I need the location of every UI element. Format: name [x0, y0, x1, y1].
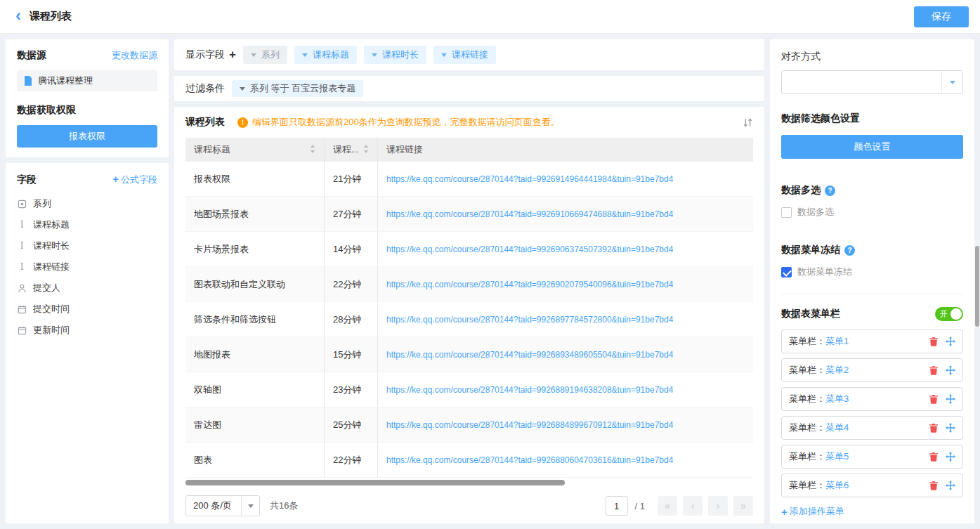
- menu-prefix: 菜单栏：: [789, 364, 825, 377]
- move-icon[interactable]: [946, 394, 955, 404]
- field-label: 课程标题: [33, 218, 70, 231]
- prev-page-button[interactable]: ‹: [683, 496, 703, 516]
- column-header-course-title[interactable]: 课程标题: [185, 138, 325, 162]
- freeze-checkbox-row[interactable]: 数据菜单冻结: [781, 266, 963, 278]
- column-header-course-duration[interactable]: 课程...: [325, 138, 378, 162]
- trash-icon[interactable]: [929, 337, 939, 346]
- trash-icon[interactable]: [929, 481, 939, 490]
- alignment-select[interactable]: [781, 70, 963, 94]
- field-chip-course-title[interactable]: 课程标题: [294, 46, 357, 64]
- move-icon[interactable]: [946, 423, 955, 433]
- move-icon[interactable]: [946, 365, 955, 375]
- cell-course-duration: 22分钟: [325, 267, 378, 301]
- course-link[interactable]: https://ke.qq.com/course/2870144?taid=99…: [386, 420, 673, 430]
- checkbox-checked[interactable]: [781, 267, 792, 277]
- formula-field-link[interactable]: +公式字段: [112, 173, 157, 186]
- course-link[interactable]: https://ke.qq.com/course/2870144?taid=99…: [386, 385, 673, 395]
- menu-item-5[interactable]: 菜单栏：菜单5: [781, 445, 963, 469]
- field-item-submit-time[interactable]: 提交时间: [17, 299, 157, 320]
- document-icon: [23, 76, 33, 86]
- multiselect-checkbox-row[interactable]: 数据多选: [781, 206, 963, 218]
- field-chip-course-duration[interactable]: 课程时长: [364, 46, 426, 64]
- table-title: 课程列表: [185, 116, 225, 129]
- chevron-down-icon: [240, 87, 245, 93]
- chevron-down-icon: [941, 71, 962, 93]
- move-icon[interactable]: [946, 337, 955, 346]
- checkbox-label: 数据菜单冻结: [797, 266, 852, 278]
- menu-item-1[interactable]: 菜单栏：菜单1: [781, 329, 963, 353]
- field-chip-course-link[interactable]: 课程链接: [433, 46, 496, 64]
- menubar-title: 数据表菜单栏: [781, 308, 840, 320]
- checkbox-unchecked[interactable]: [781, 207, 792, 218]
- permission-title: 数据获取权限: [17, 104, 157, 117]
- add-display-field-icon[interactable]: +: [229, 48, 236, 62]
- filter-label: 过滤条件: [185, 82, 225, 95]
- field-item-course-link[interactable]: I 课程链接: [17, 256, 157, 277]
- course-link[interactable]: https://ke.qq.com/course/2870144?taid=99…: [386, 455, 673, 465]
- sort-carets-icon[interactable]: [310, 145, 315, 155]
- scrollbar-thumb[interactable]: [185, 480, 565, 485]
- field-item-submitter[interactable]: 提交人: [17, 277, 157, 299]
- color-settings-button[interactable]: 颜色设置: [781, 135, 963, 159]
- sort-carets-icon[interactable]: [363, 145, 369, 155]
- change-datasource-link[interactable]: 更改数据源: [112, 49, 157, 62]
- help-icon[interactable]: ?: [825, 185, 835, 196]
- last-page-button[interactable]: »: [733, 496, 753, 516]
- table-row: 图表联动和自定义联动 22分钟 https://ke.qq.com/course…: [185, 267, 753, 302]
- sort-order-icon[interactable]: [743, 117, 753, 128]
- report-permission-button[interactable]: 报表权限: [17, 125, 157, 148]
- next-page-button[interactable]: ›: [708, 496, 728, 516]
- field-list: 系列 I 课程标题 I 课程时长 I 课程链接 提交人: [17, 193, 157, 341]
- field-item-series[interactable]: 系列: [17, 193, 157, 214]
- color-settings-title: 数据筛选颜色设置: [781, 112, 963, 125]
- horizontal-scrollbar[interactable]: [185, 480, 753, 487]
- cell-course-duration: 28分钟: [325, 302, 378, 337]
- plus-icon: +: [112, 173, 119, 185]
- back-button[interactable]: ‹: [15, 8, 21, 22]
- course-link[interactable]: https://ke.qq.com/course/2870144?taid=99…: [386, 174, 673, 184]
- field-item-course-duration[interactable]: I 课程时长: [17, 235, 157, 256]
- freeze-title: 数据菜单冻结 ?: [781, 244, 963, 256]
- datasource-title: 数据源: [17, 49, 46, 62]
- trash-icon[interactable]: [929, 423, 939, 433]
- course-link[interactable]: https://ke.qq.com/course/2870144?taid=99…: [386, 280, 673, 289]
- page-number-input[interactable]: 1: [606, 496, 628, 516]
- cell-course-title: 图表: [185, 443, 325, 477]
- page-size-select[interactable]: 200 条/页: [185, 495, 260, 516]
- multiselect-title: 数据多选 ?: [781, 184, 963, 197]
- course-link[interactable]: https://ke.qq.com/course/2870144?taid=99…: [386, 244, 673, 254]
- course-link[interactable]: https://ke.qq.com/course/2870144?taid=99…: [386, 350, 673, 360]
- menubar-toggle[interactable]: 开: [935, 307, 963, 321]
- cell-course-title: 双轴图: [185, 372, 325, 407]
- field-chip-series[interactable]: 系列: [243, 46, 287, 64]
- trash-icon[interactable]: [929, 394, 939, 404]
- save-button[interactable]: 保存: [914, 6, 969, 27]
- help-icon[interactable]: ?: [844, 245, 855, 256]
- trash-icon[interactable]: [929, 452, 939, 462]
- field-label: 系列: [33, 197, 51, 210]
- field-item-update-time[interactable]: 更新时间: [17, 320, 157, 341]
- menu-item-3[interactable]: 菜单栏：菜单3: [781, 387, 963, 411]
- menu-item-4[interactable]: 菜单栏：菜单4: [781, 416, 963, 440]
- menu-item-6[interactable]: 菜单栏：菜单6: [781, 474, 963, 497]
- move-icon[interactable]: [946, 452, 955, 462]
- filter-condition-chip[interactable]: 系列 等于 百宝云报表专题: [232, 80, 363, 97]
- person-icon: [17, 284, 27, 293]
- field-item-course-title[interactable]: I 课程标题: [17, 214, 157, 235]
- menu-name: 菜单5: [825, 450, 849, 463]
- menu-list: 菜单栏：菜单1 菜单栏：菜单2 菜单栏：菜单3 菜单栏：菜单4 菜单栏：菜单5: [781, 329, 963, 497]
- first-page-button[interactable]: «: [658, 496, 677, 516]
- datasource-item[interactable]: 腾讯课程整理: [17, 70, 157, 91]
- vertical-scrollbar[interactable]: [975, 246, 979, 327]
- move-icon[interactable]: [946, 481, 955, 490]
- chevron-down-icon: [241, 496, 259, 516]
- column-header-course-link: 课程链接: [378, 138, 753, 162]
- trash-icon[interactable]: [929, 365, 939, 375]
- course-link[interactable]: https://ke.qq.com/course/2870144?taid=99…: [386, 315, 673, 325]
- menu-item-2[interactable]: 菜单栏：菜单2: [781, 358, 963, 382]
- course-link[interactable]: https://ke.qq.com/course/2870144?taid=99…: [386, 209, 673, 219]
- page-content: 数据源 更改数据源 腾讯课程整理 数据获取权限 报表权限 字段 +公式字段 系列: [0, 34, 980, 529]
- add-menu-link[interactable]: +添加操作菜单: [781, 505, 844, 518]
- left-sidebar: 数据源 更改数据源 腾讯课程整理 数据获取权限 报表权限 字段 +公式字段 系列: [6, 39, 169, 523]
- total-count: 共16条: [270, 499, 298, 512]
